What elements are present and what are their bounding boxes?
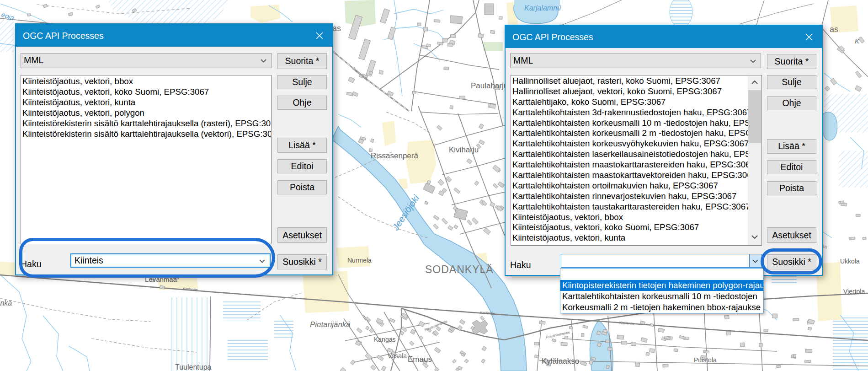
svg-text:Tuulentupa: Tuulentupa — [175, 363, 212, 371]
svg-text:Puistola: Puistola — [694, 356, 717, 364]
svg-text:Kangas: Kangas — [374, 336, 395, 343]
svg-text:Kiviharju: Kiviharju — [449, 145, 479, 154]
svg-text:Paulaharju: Paulaharju — [471, 81, 508, 90]
svg-text:SODANKYLÄ: SODANKYLÄ — [425, 263, 494, 275]
svg-text:Viertola: Viertola — [843, 288, 865, 295]
svg-text:Kylälaakso: Kylälaakso — [542, 357, 579, 366]
svg-text:Ukkola: Ukkola — [840, 258, 860, 265]
svg-text:K: K — [855, 37, 860, 45]
svg-text:Karjalammi: Karjalammi — [524, 4, 561, 12]
svg-text:Rissasenperä: Rissasenperä — [371, 151, 418, 160]
svg-text:Emaus: Emaus — [408, 355, 432, 364]
svg-text:Nurmela: Nurmela — [347, 257, 372, 264]
svg-text:Pietarijänkä: Pietarijänkä — [310, 320, 351, 329]
svg-text:jänkä: jänkä — [0, 299, 12, 307]
svg-text:Vesala: Vesala — [388, 352, 407, 360]
svg-text:as: as — [830, 25, 838, 34]
svg-text:as: as — [332, 24, 341, 33]
